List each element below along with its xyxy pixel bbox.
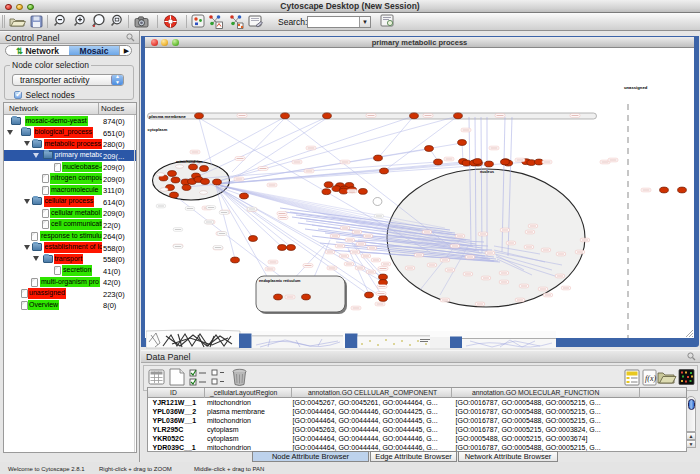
svg-text:mitochondrion: mitochondrion — [176, 160, 203, 164]
svg-text:f(x): f(x) — [645, 374, 656, 383]
svg-text:unassigned: unassigned — [624, 85, 648, 90]
svg-text:cytoplasm: cytoplasm — [148, 127, 168, 132]
svg-text:plasma membrane: plasma membrane — [149, 114, 186, 119]
svg-text:endoplasmic reticulum: endoplasmic reticulum — [259, 279, 301, 283]
svg-text:nucleus: nucleus — [480, 170, 494, 174]
